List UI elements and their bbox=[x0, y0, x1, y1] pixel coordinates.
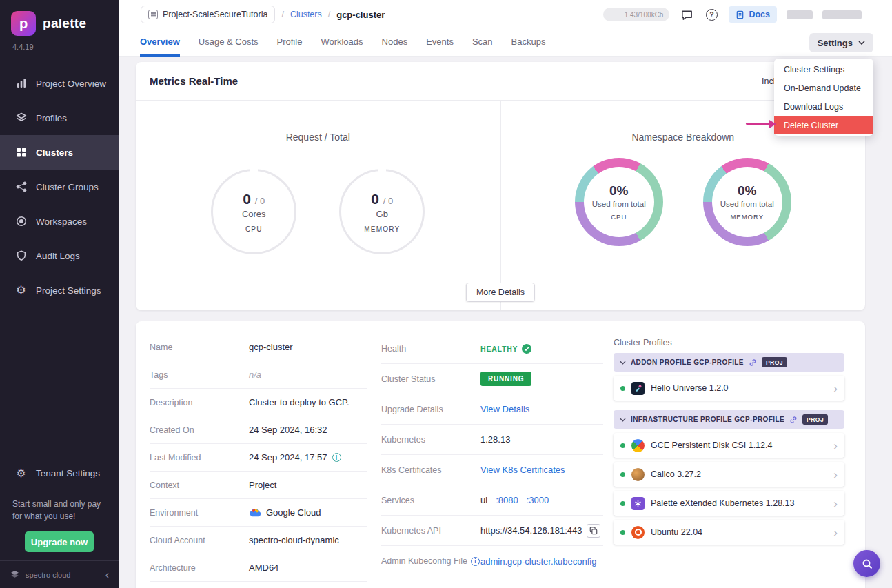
sidebar-item-cluster-groups[interactable]: Cluster Groups bbox=[0, 170, 119, 204]
cluster-profiles-title: Cluster Profiles bbox=[614, 338, 844, 347]
tab-events[interactable]: Events bbox=[426, 29, 454, 57]
tab-overview[interactable]: Overview bbox=[140, 29, 180, 57]
sidebar-bottom: ⚙ Tenant Settings Start small and only p… bbox=[0, 456, 119, 588]
copy-icon[interactable] bbox=[587, 524, 600, 538]
metrics-header: Metrics Real-Time Incl bbox=[136, 62, 865, 101]
profile-item-hello-universe[interactable]: Hello Universe 1.2.0 › bbox=[614, 376, 844, 401]
infrastructure-profile-header[interactable]: INFRASTRUCTURE PROFILE GCP-PROFILE PROJ bbox=[614, 410, 844, 429]
tab-backups[interactable]: Backups bbox=[511, 29, 546, 57]
top-bar: Project-ScaleSecureTutoria / Clusters / … bbox=[119, 0, 892, 57]
detail-row-name: Name gcp-cluster bbox=[150, 334, 367, 361]
info-icon[interactable]: i bbox=[332, 453, 341, 462]
tab-nodes[interactable]: Nodes bbox=[382, 29, 408, 57]
metrics-card: Metrics Real-Time Incl Request / Total 0… bbox=[136, 62, 865, 310]
tab-profile[interactable]: Profile bbox=[277, 29, 303, 57]
service-port-link[interactable]: :3000 bbox=[527, 495, 549, 505]
addon-profile-header[interactable]: ADDON PROFILE GCP-PROFILE PROJ bbox=[614, 353, 844, 372]
annotation-arrow bbox=[746, 119, 778, 128]
memory-gauge: 0 / 0 Gb MEMORY bbox=[339, 169, 425, 254]
collapse-sidebar-icon[interactable]: ‹ bbox=[105, 569, 109, 581]
sidebar-item-audit-logs[interactable]: Audit Logs bbox=[0, 239, 119, 273]
sidebar-item-project-overview[interactable]: Project Overview bbox=[0, 66, 119, 101]
upgrade-now-button[interactable]: Upgrade now bbox=[25, 531, 94, 552]
sidebar-item-label: Profiles bbox=[36, 113, 67, 123]
calico-icon bbox=[631, 468, 645, 481]
chevron-right-icon: › bbox=[833, 440, 838, 452]
menu-item-download-logs[interactable]: Download Logs bbox=[774, 97, 873, 116]
help-icon[interactable]: ? bbox=[704, 7, 719, 22]
palette-logo-icon: p bbox=[11, 11, 36, 36]
network-nodes-icon bbox=[15, 181, 27, 193]
docs-label: Docs bbox=[749, 10, 770, 19]
sidebar-item-label: Workspaces bbox=[36, 216, 87, 227]
gauge-row: 0 / 0 Cores CPU 0 / 0 Gb MEMORY bbox=[211, 169, 425, 254]
kubeconfig-download-link[interactable]: admin.gcp-cluster.kubeconfig bbox=[480, 556, 596, 567]
docs-button[interactable]: Docs bbox=[729, 6, 777, 23]
sidebar-item-profiles[interactable]: Profiles bbox=[0, 101, 119, 135]
project-icon bbox=[148, 10, 158, 19]
menu-item-delete-cluster[interactable]: Delete Cluster bbox=[774, 116, 873, 134]
settings-dropdown-menu: Cluster Settings On-Demand Update Downlo… bbox=[774, 59, 873, 136]
project-selector[interactable]: Project-ScaleSecureTutoria bbox=[141, 6, 275, 23]
project-name: Project-ScaleSecureTutoria bbox=[163, 10, 267, 19]
profile-item-calico[interactable]: Calico 3.27.2 › bbox=[614, 462, 844, 487]
sidebar-item-label: Clusters bbox=[36, 148, 73, 158]
cpu-donut-chart: 0% Used from total CPU bbox=[575, 158, 663, 246]
upgrade-promo-text: Start small and only pay for what you us… bbox=[0, 491, 119, 526]
detail-row-last-modified: Last Modified 24 Sep 2024, 17:57i bbox=[150, 444, 367, 472]
sidebar-item-workspaces[interactable]: Workspaces bbox=[0, 204, 119, 239]
tab-usage-costs[interactable]: Usage & Costs bbox=[199, 29, 259, 57]
cluster-tabs: Overview Usage & Costs Profile Workloads… bbox=[119, 29, 892, 57]
profile-item-ubuntu[interactable]: Ubuntu 22.04 › bbox=[614, 520, 844, 545]
search-assistant-button[interactable] bbox=[853, 550, 880, 577]
metrics-body: Request / Total 0 / 0 Cores CPU 0 / 0 Gb… bbox=[136, 101, 865, 310]
sidebar-item-label: Project Settings bbox=[36, 285, 101, 296]
cpu-gauge-unit: Cores bbox=[242, 209, 266, 219]
tab-workloads[interactable]: Workloads bbox=[321, 29, 363, 57]
memory-donut-percent: 0% bbox=[738, 183, 756, 199]
chat-icon[interactable] bbox=[679, 7, 694, 22]
memory-donut-metric: MEMORY bbox=[730, 213, 764, 221]
sidebar-item-clusters[interactable]: Clusters bbox=[0, 135, 119, 170]
page-content: Metrics Real-Time Incl Request / Total 0… bbox=[119, 57, 892, 588]
footer-brand: spectro cloud bbox=[26, 571, 70, 579]
breadcrumb-current: gcp-cluster bbox=[336, 10, 385, 20]
redacted-user-info[interactable] bbox=[787, 10, 813, 19]
more-details-button[interactable]: More Details bbox=[466, 283, 535, 302]
cluster-details-card: Name gcp-cluster Tags n/a Description Cl… bbox=[136, 321, 865, 588]
gear-icon: ⚙ bbox=[15, 285, 27, 296]
profile-item-gce-disk-csi[interactable]: GCE Persistent Disk CSI 1.12.4 › bbox=[614, 433, 844, 458]
info-icon[interactable]: i bbox=[471, 557, 480, 566]
view-details-link[interactable]: View Details bbox=[480, 404, 529, 414]
detail-row-environment: Environment Google Cloud bbox=[150, 499, 367, 527]
tab-scan[interactable]: Scan bbox=[472, 29, 493, 57]
memory-gauge-total: / 0 bbox=[383, 196, 393, 206]
breadcrumb: Project-ScaleSecureTutoria / Clusters / … bbox=[119, 0, 892, 29]
breadcrumb-clusters-link[interactable]: Clusters bbox=[290, 10, 322, 19]
menu-item-cluster-settings[interactable]: Cluster Settings bbox=[774, 60, 873, 79]
status-row-kubernetes: Kubernetes 1.28.13 bbox=[381, 425, 603, 455]
sidebar: p palette 4.4.19 Project Overview Profil… bbox=[0, 0, 119, 588]
view-k8s-certificates-link[interactable]: View K8s Certificates bbox=[480, 465, 565, 475]
status-row-cluster-status: Cluster Status RUNNING bbox=[381, 364, 603, 394]
spectrocloud-logo-icon bbox=[10, 571, 20, 578]
target-icon bbox=[15, 216, 27, 227]
redacted-user-name[interactable] bbox=[822, 10, 862, 19]
status-row-upgrade-details: Upgrade Details View Details bbox=[381, 394, 603, 425]
header-actions: 1.43/100kCh ? Docs bbox=[603, 6, 862, 23]
sidebar-item-tenant-settings[interactable]: ⚙ Tenant Settings bbox=[0, 456, 119, 491]
settings-button[interactable]: Settings bbox=[809, 33, 873, 52]
cluster-profiles-column: Cluster Profiles ADDON PROFILE GCP-PROFI… bbox=[614, 338, 844, 545]
sidebar-item-project-settings[interactable]: ⚙ Project Settings bbox=[0, 273, 119, 307]
cpu-gauge: 0 / 0 Cores CPU bbox=[211, 169, 296, 254]
hello-universe-icon bbox=[631, 382, 645, 395]
shield-icon bbox=[15, 250, 27, 262]
service-port-link[interactable]: :8080 bbox=[496, 495, 518, 505]
status-row-services: Services ui :8080 :3000 bbox=[381, 485, 603, 516]
cpu-gauge-value: 0 bbox=[243, 191, 251, 207]
api-endpoint: https://34.54.126.181:443 bbox=[480, 525, 582, 536]
chevron-right-icon: › bbox=[833, 383, 838, 394]
gce-persistent-disk-icon bbox=[631, 439, 645, 452]
profile-item-palette-extended-kubernetes[interactable]: Palette eXtended Kubernetes 1.28.13 › bbox=[614, 491, 844, 516]
menu-item-on-demand-update[interactable]: On-Demand Update bbox=[774, 79, 873, 97]
